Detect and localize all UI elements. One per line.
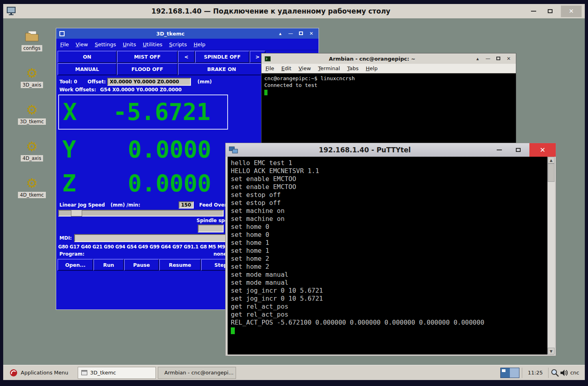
dro-axis-y[interactable]: Y 0.0000 [58,132,228,167]
terminal-cursor [264,90,267,95]
rdp-maximize-button[interactable] [542,5,559,17]
tkemc-control-row-2: MANUAL FLOOD OFF BRAKE ON [57,63,265,75]
open-button[interactable]: Open... [57,259,93,271]
terminal-titlebar[interactable]: Armbian - cnc@orangepipc: ~ ▴ — ✕ [262,53,516,64]
rdp-frame: 192.168.1.40 — Подключение к удаленному … [3,4,585,380]
flood-button[interactable]: FLOOD OFF [117,63,178,75]
program-buttons-row: Open... Run Pause Resume Step [57,259,241,271]
jog-speed-slider[interactable] [58,210,224,217]
workspace-1[interactable] [501,368,510,378]
tkemc-close-button[interactable]: ✕ [307,31,315,36]
taskbar-task-terminal[interactable]: Armbian - cnc@orangepi… [158,367,236,379]
putty-scrollbar[interactable]: ▲ ▼ [547,157,555,354]
desktop: configs ⚙ 3D_axis ⚙ 3D_tkemc ⚙ 4D_axis ⚙… [3,18,585,365]
putty-minimize-button[interactable] [491,143,507,157]
menu-item-view[interactable]: View [299,65,311,71]
putty-titlebar[interactable]: 192.168.1.40 - PuTTYtel ✕ [226,143,556,157]
screenshot-tool-icon[interactable] [551,369,560,377]
window-icon [59,31,65,36]
axis-y-value: 0.0000 [128,138,211,161]
menu-item-help[interactable]: Help [194,41,206,47]
run-button[interactable]: Run [93,259,124,271]
volume-icon[interactable] [560,369,568,377]
menu-item-scripts[interactable]: Scripts [169,41,187,47]
jog-speed-row: Linear Jog Speed (mm) /min: 150 Feed Ove… [59,201,231,209]
terminal-close-button[interactable]: ✕ [505,56,513,61]
menu-item-units[interactable]: Units [123,41,136,47]
axis-y-letter: Y [62,138,76,161]
terminal-line: hello EMC test 1 [231,159,546,167]
terminal-shade-button[interactable]: ▴ [474,56,482,61]
workspace-2[interactable] [510,368,519,378]
spindle-slower-button[interactable]: < [178,51,195,63]
rdp-close-button[interactable]: ✕ [561,6,582,17]
mdi-input[interactable] [74,234,227,242]
tool-offset-row: Tool: 0 Offset: X0.0000 Y0.0000 Z0.0000 … [59,78,212,86]
putty-terminal[interactable]: hello EMC test 1 HELLO ACK EMCNETSVR 1.1… [228,157,555,354]
gear-icon: ⚙ [15,140,49,154]
rdp-minimize-button[interactable] [525,5,542,17]
terminal-line: set machine on [231,207,546,215]
brake-button[interactable]: BRAKE ON [178,63,265,75]
slider-handle[interactable] [71,210,82,217]
manual-mode-button[interactable]: MANUAL [57,63,117,75]
tkemc-shade-button[interactable]: ▴ [276,31,284,36]
desktop-icon-4d-tkemc[interactable]: ⚙ 4D_tkemc [15,176,49,198]
menu-item-edit[interactable]: Edit [281,65,291,71]
putty-icon [229,146,238,154]
resume-button[interactable]: Resume [159,259,201,271]
menu-item-view[interactable]: View [76,41,88,47]
desktop-icon-configs[interactable]: configs [15,30,49,51]
desktop-icon-3d-tkemc[interactable]: ⚙ 3D_tkemc [15,103,49,125]
tkemc-minimize-button[interactable]: — [287,31,295,36]
work-offsets-label: Work Offsets: [59,87,96,93]
desktop-icon-3d-axis[interactable]: ⚙ 3D_axis [15,66,49,88]
terminal-line: cnc@orangepipc:~$ linuxcncrsh [264,75,513,82]
axis-z-letter: Z [62,172,76,195]
menu-item-settings[interactable]: Settings [95,41,116,47]
menu-item-file[interactable]: File [60,41,69,47]
putty-close-button[interactable]: ✕ [529,143,556,157]
gear-icon: ⚙ [15,103,49,117]
terminal-line: set jog_incr 0 10 5.6721 [231,295,546,303]
mdi-label: MDI: [59,235,72,241]
terminal-line: get rel_act_pos [231,303,546,311]
terminal-cursor [231,327,235,334]
desktop-icon-label: 4D_axis [21,155,43,161]
dro-axis-x[interactable]: X -5.6721 [58,95,228,130]
minimize-icon [531,11,536,12]
taskbar-task-tkemc[interactable]: 3D_tkemc [78,367,156,379]
tool-label: Tool: 0 [59,79,77,85]
dro-axis-z[interactable]: Z 0.0000 [58,166,228,201]
menu-item-help[interactable]: Help [366,65,378,71]
mist-button[interactable]: MIST OFF [117,51,178,63]
desktop-icon-4d-axis[interactable]: ⚙ 4D_axis [15,140,49,161]
terminal-maximize-button[interactable] [494,56,502,61]
applications-menu-button[interactable]: Applications Menu [6,366,72,379]
tkemc-titlebar[interactable]: 3D_tkemc ▴ — ✕ [56,28,319,39]
terminal-minimize-button[interactable]: — [484,56,492,61]
arrow-up-icon: ▲ [550,158,553,162]
scroll-up-button[interactable]: ▲ [548,157,555,163]
minimize-icon: — [288,31,293,36]
menu-item-utilities[interactable]: Utilities [143,41,162,47]
terminal-window-title: Armbian - cnc@orangepipc: ~ [273,56,471,62]
putty-maximize-button[interactable] [510,143,526,157]
tkemc-maximize-button[interactable] [297,31,305,36]
workspace-switcher[interactable] [500,368,519,378]
taskbar-separator [548,368,549,378]
scroll-down-button[interactable]: ▼ [548,348,555,354]
pause-button[interactable]: Pause [124,259,159,271]
taskbar: Applications Menu 3D_tkemc Armbian - cnc… [3,365,585,380]
menu-item-terminal[interactable]: Terminal [318,65,340,71]
menu-item-file[interactable]: File [265,65,274,71]
terminal-line: set estop off [231,191,546,199]
terminal-line: get rel_act_pos [231,311,546,319]
spindle-button[interactable]: SPINDLE OFF [195,51,250,63]
program-row: Program: none [59,251,227,257]
rdp-titlebar[interactable]: 192.168.1.40 — Подключение к удаленному … [3,4,585,18]
machine-on-button[interactable]: ON [57,51,117,63]
scrollbar-thumb[interactable] [548,163,555,182]
menu-item-tabs[interactable]: Tabs [347,65,359,71]
taskbar-separator [522,368,522,378]
